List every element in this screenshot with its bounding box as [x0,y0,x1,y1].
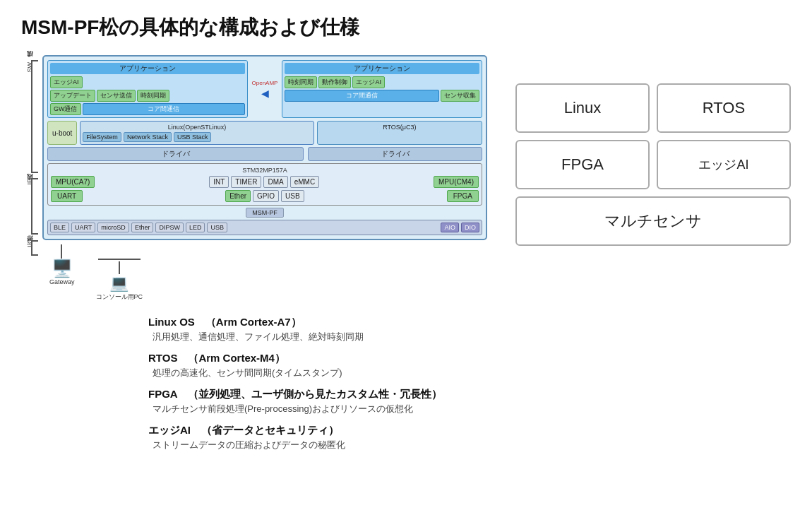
desc-title-2: FPGA （並列処理、ユーザ側から見たカスタム性・冗長性） [148,388,791,401]
description-area: Linux OS （Arm Cortex-A7） 汎用処理、通信処理、ファイル処… [21,316,791,451]
usb-ext-chip: USB [207,223,227,232]
app-title-left: アプリケーション [50,63,245,74]
driver-right: ドライバ [308,147,482,161]
fpga-badge: FPGA [515,140,650,189]
desc-body-3: ストリームデータの圧縮およびデータの秘匿化 [148,439,791,451]
gw-comm-chip: GW通信 [50,103,81,115]
rtos-title: RTOS(μC3) [320,124,479,131]
openamp-label: OpenAMP [252,80,278,86]
mpu-cm4-chip: MPU(CM4) [434,176,479,188]
page-title: MSM-PF松の具体的な構成および仕様 [21,14,791,41]
uboot-block: u-boot [47,121,77,145]
time-sync-chip-right: 時刻同期 [285,76,317,88]
gpio-chip: GPIO [253,190,279,202]
update-chip: アップデート [50,90,95,102]
rtos-badge: RTOS [657,83,791,133]
linux-badge: Linux [515,83,650,133]
usb-stack-chip: USB Stack [174,132,212,142]
uart-chip: UART [51,190,83,202]
edge-ai-chip-right: エッジAI [352,76,385,88]
fpga-chip: FPGA [447,190,479,202]
dio-chip: DIO [461,223,479,232]
network-stack-chip: Network Stack [124,132,172,142]
led-chip: LED [186,223,205,232]
desc-title-3: エッジAI （省データとセキュリティ） [148,424,791,437]
motion-ctrl-chip: 動作制御 [318,76,351,88]
ether-ext-chip: Ether [131,223,154,232]
desc-title-1: RTOS （Arm Cortex-M4） [148,352,791,365]
linux-title: Linux(OpenSTLinux) [83,124,311,131]
mpu-ca7-chip: MPU(CA7) [51,176,95,188]
uart-ext-chip: UART [71,223,95,232]
app-title-right: アプリケーション [285,63,479,74]
int-chip: INT [209,176,229,188]
desc-body-1: 処理の高速化、センサ間同期(タイムスタンプ) [148,367,791,379]
desc-body-2: マルチセンサ前段処理(Pre-processing)およびリソースの仮想化 [148,403,791,415]
ble-chip: BLE [50,223,69,232]
time-sync-chip-left: 時刻同期 [137,90,169,102]
sensor-send-chip: センサ送信 [97,90,136,102]
right-panel: Linux RTOS FPGA エッジAI マルチセンサ [515,55,791,246]
desc-title-0: Linux OS （Arm Cortex-A7） [148,316,791,329]
emmc-chip: eMMC [290,176,319,188]
desc-body-0: 汎用処理、通信処理、ファイル処理、絶対時刻同期 [148,331,791,343]
usb-chip: USB [281,190,304,202]
multi-sensor-badge: マルチセンサ [515,196,791,246]
edge-ai-chip-left: エッジAI [50,76,83,88]
microsd-chip: microSD [97,223,129,232]
core-comm-right: コア間通信 [285,90,439,102]
stm-label: STM32MP157A [51,167,479,174]
console-label: コンソール用PC [96,292,143,302]
timer-chip: TIMER [231,176,261,188]
ether-chip: Ether [225,190,251,202]
filesystem-chip: FileSystem [83,132,121,142]
driver-left: ドライバ [47,147,304,161]
diagram-area: SW構成 内蔵IP 外部I/O [21,55,501,302]
msm-pf-label: MSM-PF [246,208,284,218]
edge-ai-badge: エッジAI [657,140,791,189]
aio-chip: AIO [441,223,459,232]
dma-chip: DMA [263,176,287,188]
sensor-collect-chip: センサ収集 [441,90,479,102]
gateway-label: Gateway [49,278,75,285]
dipsw-chip: DIPSW [155,223,184,232]
core-comm-left: コア間通信 [83,103,245,115]
